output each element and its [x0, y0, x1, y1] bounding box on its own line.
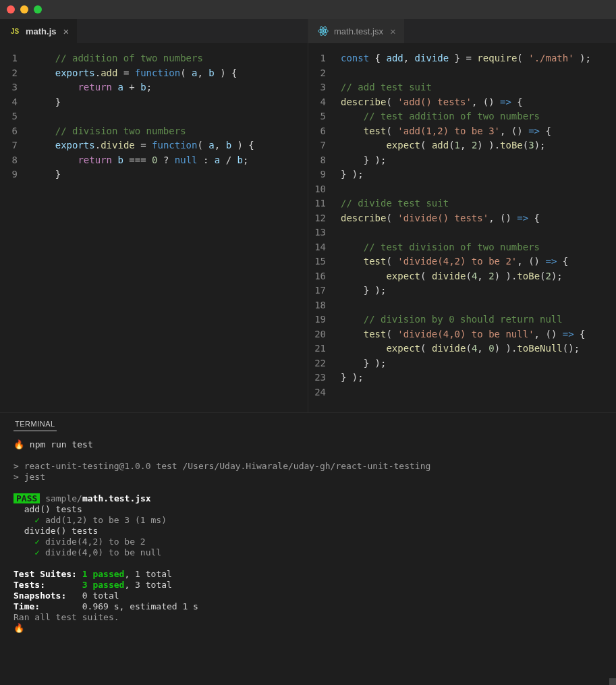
code-line[interactable]: 17 } ); — [308, 283, 616, 298]
tab-math-js[interactable]: JS math.js × — [0, 19, 77, 43]
terminal-text: Tests: — [13, 580, 82, 590]
code-text: expect( add(1, 2) ).toBe(3); — [341, 138, 616, 153]
code-text: } ); — [341, 356, 616, 371]
line-number: 23 — [308, 371, 341, 385]
tab-label: math.test.jsx — [334, 26, 383, 36]
line-number: 2 — [308, 66, 341, 81]
code-area-right[interactable]: 1const { add, divide } = require( './mat… — [308, 43, 616, 412]
line-number: 9 — [0, 167, 32, 182]
code-line[interactable]: 12describe( 'divide() tests', () => { — [308, 211, 616, 226]
maximize-window-icon[interactable] — [34, 5, 42, 13]
code-line[interactable]: 7 exports.divide = function( a, b ) { — [0, 138, 308, 153]
code-line[interactable]: 1const { add, divide } = require( './mat… — [308, 51, 616, 66]
pass-badge: PASS — [13, 493, 40, 503]
line-number: 3 — [0, 80, 32, 95]
code-text: const { add, divide } = require( './math… — [341, 51, 616, 66]
terminal-text: Time: — [13, 601, 82, 611]
terminal-text: 0 total — [82, 591, 119, 601]
code-line[interactable]: 13 — [308, 225, 616, 240]
code-line[interactable]: 5 // test addition of two numbers — [308, 109, 616, 124]
code-line[interactable]: 14 // test division of two numbers — [308, 240, 616, 255]
terminal-text: divide(4,2) to be 2 — [45, 537, 146, 547]
svg-point-0 — [323, 30, 325, 32]
line-number: 5 — [308, 109, 341, 124]
code-line[interactable]: 9 } — [0, 167, 308, 182]
code-area-left[interactable]: 1 // addition of two numbers2 exports.ad… — [0, 43, 308, 412]
terminal-line: add() tests — [13, 504, 82, 514]
code-line[interactable]: 8 return b === 0 ? null : a / b; — [0, 153, 308, 168]
terminal-line: > jest — [13, 472, 45, 482]
terminal-text: math.test.jsx — [82, 493, 151, 503]
line-number: 6 — [0, 124, 32, 139]
code-text — [32, 109, 308, 124]
code-text: expect( divide(4, 2) ).toBe(2); — [341, 269, 616, 284]
line-number: 18 — [308, 298, 341, 313]
code-line[interactable]: 10 — [308, 182, 616, 197]
code-line[interactable]: 8 } ); — [308, 153, 616, 168]
code-line[interactable]: 18 — [308, 298, 616, 313]
code-line[interactable]: 2 exports.add = function( a, b ) { — [0, 66, 308, 81]
terminal-line: 🔥 npm run test — [13, 439, 93, 449]
code-line[interactable]: 4 } — [0, 95, 308, 110]
line-number: 19 — [308, 312, 341, 327]
code-line[interactable]: 3 return a + b; — [0, 80, 308, 95]
code-line[interactable]: 20 test( 'divide(4,0) to be null', () =>… — [308, 327, 616, 342]
code-text: // divide test suit — [341, 196, 616, 211]
code-line[interactable]: 5 — [0, 109, 308, 124]
code-text: // division by 0 should return null — [341, 312, 616, 327]
titlebar — [0, 0, 616, 19]
code-text: describe( 'add() tests', () => { — [341, 95, 616, 110]
code-line[interactable]: 19 // division by 0 should return null — [308, 312, 616, 327]
code-text: // add test suit — [341, 80, 616, 95]
scrollbar-grip[interactable] — [609, 678, 616, 685]
terminal-text: add(1,2) to be 3 (1 ms) — [45, 515, 167, 525]
terminal-output[interactable]: 🔥 npm run test > react-unit-testing@1.0.… — [0, 431, 616, 685]
line-number: 4 — [0, 95, 32, 110]
code-line[interactable]: 4describe( 'add() tests', () => { — [308, 95, 616, 110]
line-number: 24 — [308, 385, 341, 400]
code-line[interactable]: 3// add test suit — [308, 80, 616, 95]
close-window-icon[interactable] — [7, 5, 15, 13]
code-line[interactable]: 6 // division two numbers — [0, 124, 308, 139]
line-number: 8 — [308, 153, 341, 168]
minimize-window-icon[interactable] — [20, 5, 28, 13]
code-text: test( 'add(1,2) to be 3', () => { — [341, 124, 616, 139]
js-file-icon: JS — [9, 26, 20, 36]
code-line[interactable]: 9} ); — [308, 167, 616, 182]
code-line[interactable]: 6 test( 'add(1,2) to be 3', () => { — [308, 124, 616, 139]
code-text — [341, 225, 616, 240]
code-line[interactable]: 2 — [308, 66, 616, 81]
line-number: 3 — [308, 80, 341, 95]
close-icon[interactable]: × — [389, 26, 397, 37]
code-line[interactable]: 21 expect( divide(4, 0) ).toBeNull(); — [308, 341, 616, 356]
code-text: } ); — [341, 167, 616, 182]
tab-bar-left: JS math.js × — [0, 19, 308, 43]
tab-math-test-jsx[interactable]: math.test.jsx × — [308, 19, 404, 43]
code-line[interactable]: 22 } ); — [308, 356, 616, 371]
line-number: 11 — [308, 196, 341, 211]
code-line[interactable]: 1 // addition of two numbers — [0, 51, 308, 66]
terminal-text: , 3 total — [124, 580, 171, 590]
tab-label: math.js — [26, 26, 57, 36]
code-line[interactable]: 24 — [308, 385, 616, 400]
check-icon: ✓ — [13, 515, 45, 525]
code-text: return b === 0 ? null : a / b; — [32, 153, 308, 168]
terminal-text: 1 passed — [82, 569, 125, 579]
code-line[interactable]: 11// divide test suit — [308, 196, 616, 211]
code-line[interactable]: 23} ); — [308, 371, 616, 385]
terminal-text: Test Suites: — [13, 569, 82, 579]
line-number: 22 — [308, 356, 341, 371]
terminal-tab[interactable]: TERMINAL — [13, 417, 57, 431]
code-line[interactable]: 7 expect( add(1, 2) ).toBe(3); — [308, 138, 616, 153]
terminal-text: Snapshots: — [13, 591, 82, 601]
line-number: 7 — [308, 138, 341, 153]
check-icon: ✓ — [13, 547, 45, 557]
code-text — [341, 182, 616, 197]
terminal-text: 3 passed — [82, 580, 125, 590]
code-line[interactable]: 15 test( 'divide(4,2) to be 2', () => { — [308, 254, 616, 269]
code-text: } ); — [341, 153, 616, 168]
close-icon[interactable]: × — [62, 26, 71, 37]
code-text: // test addition of two numbers — [341, 109, 616, 124]
line-number: 1 — [308, 51, 341, 66]
code-line[interactable]: 16 expect( divide(4, 2) ).toBe(2); — [308, 269, 616, 284]
